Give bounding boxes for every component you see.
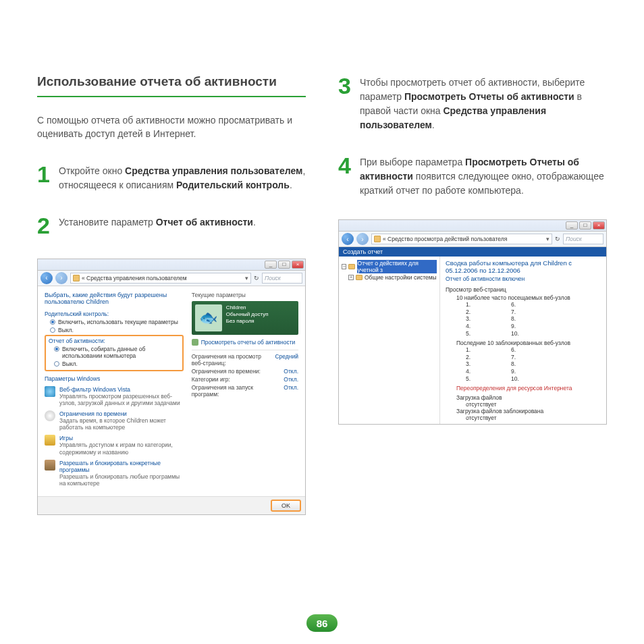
breadcrumb[interactable]: « Средство просмотра действий пользовате… xyxy=(371,234,552,244)
step-3: 3 Чтобы просмотреть отчет об активности,… xyxy=(338,74,607,132)
close-button[interactable]: × xyxy=(593,221,605,230)
minimize-button[interactable]: _ xyxy=(265,261,277,269)
step-number: 4 xyxy=(338,154,354,198)
close-button[interactable]: × xyxy=(292,261,304,269)
link-web-filter[interactable]: Веб-фильтр Windows VistaУправлять просмо… xyxy=(45,386,184,406)
step-text: Откройте окно Средства управления пользо… xyxy=(59,163,306,192)
clock-icon xyxy=(45,410,55,421)
step-number: 3 xyxy=(338,74,354,132)
report-status: Отчет об активности включен xyxy=(446,275,601,282)
step-text: Установите параметр Отчет об активности. xyxy=(59,214,256,237)
folder-icon xyxy=(356,275,363,280)
breadcrumb[interactable]: « Средства управления пользователем ▾ xyxy=(70,273,251,284)
search-input[interactable]: Поиск xyxy=(262,273,302,284)
forward-button[interactable]: › xyxy=(55,272,68,284)
none-value: отсутствует xyxy=(466,401,601,408)
address-bar: ‹ › « Средство просмотра действий пользо… xyxy=(339,232,606,247)
radio-activity-off[interactable]: Выкл. xyxy=(54,360,180,367)
report-title: Сводка работы компьютера для Children с … xyxy=(446,259,601,274)
tree-pane: − Отчет о действиях для учетной з + Общи… xyxy=(339,257,440,424)
window-titlebar: _ □ × xyxy=(339,220,606,232)
report-icon xyxy=(192,339,198,346)
maximize-button[interactable]: □ xyxy=(579,221,591,230)
radio-parental-on[interactable]: Включить, использовать текущие параметры xyxy=(50,319,184,325)
radio-activity-on[interactable]: Включить, собирать данные об использован… xyxy=(54,346,180,359)
user-tile: 🐟 Children Обычный доступ Без пароля xyxy=(192,301,298,335)
intro-text: С помощью отчета об активности можно про… xyxy=(37,113,306,141)
tree-item-account[interactable]: − Отчет о действиях для учетной з xyxy=(342,260,437,273)
maximize-button[interactable]: □ xyxy=(278,261,290,269)
group-label: Родительский контроль: xyxy=(45,311,184,317)
downloads-blocked-label: Загрузка файлов заблокирована xyxy=(456,408,601,414)
forward-button[interactable]: › xyxy=(356,233,369,245)
link-view-reports[interactable]: Просмотреть отчеты об активности xyxy=(192,339,298,346)
gamepad-icon xyxy=(45,435,55,446)
top10-list: 1.2.3.4.5. 6.7.8.9.10. xyxy=(466,301,601,337)
step-1: 1 Откройте окно Средства управления поль… xyxy=(37,163,306,192)
group-label: Параметры Windows xyxy=(45,375,184,382)
address-bar: ‹ › « Средства управления пользователем … xyxy=(38,271,305,286)
blocked10-label: Последние 10 заблокированных веб-узлов xyxy=(456,340,601,346)
link-time-limits[interactable]: Ограничения по времениЗадать время, в ко… xyxy=(45,410,184,431)
screenshot-parental-controls: _ □ × ‹ › « Средства управления пользова… xyxy=(37,259,306,516)
step-4: 4 При выборе параметра Просмотреть Отчет… xyxy=(338,154,607,198)
dialog-heading: Выбрать, какие действия будут разрешены … xyxy=(45,292,184,305)
none-value: отсутствует xyxy=(466,414,601,421)
current-params-label: Текущие параметры xyxy=(192,292,298,298)
folder-icon xyxy=(348,264,354,269)
avatar: 🐟 xyxy=(195,304,222,331)
back-button[interactable]: ‹ xyxy=(41,272,53,284)
radio-parental-off[interactable]: Выкл. xyxy=(50,327,184,333)
page-number: 86 xyxy=(306,614,338,632)
shield-icon xyxy=(73,275,80,281)
section-web: Просмотр веб-страниц xyxy=(446,286,601,293)
step-number: 2 xyxy=(37,214,53,237)
top10-label: 10 наиболее часто посещаемых веб-узлов xyxy=(456,294,601,301)
search-input[interactable]: Поиск xyxy=(563,234,603,244)
tree-item-system[interactable]: + Общие настройки системы xyxy=(348,274,437,281)
step-2: 2 Установите параметр Отчет об активност… xyxy=(37,214,306,237)
link-games[interactable]: ИгрыУправлять доступом к играм по катего… xyxy=(45,435,184,455)
apps-icon xyxy=(45,460,55,471)
downloads-label: Загрузка файлов xyxy=(456,394,601,401)
highlight-activity-report: Отчет об активности: Включить, собирать … xyxy=(45,335,184,371)
redir-label: Переопределения для ресурсов Интернета xyxy=(456,385,601,392)
shield-icon xyxy=(374,236,381,242)
ok-button[interactable]: OK xyxy=(271,500,301,512)
step-text: При выборе параметра Просмотреть Отчеты … xyxy=(360,154,607,198)
globe-icon xyxy=(45,386,55,397)
step-text: Чтобы просмотреть отчет об активности, в… xyxy=(360,74,607,132)
back-button[interactable]: ‹ xyxy=(342,233,354,245)
step-number: 1 xyxy=(37,163,53,192)
blocked10-list: 1.2.3.4.5. 6.7.8.9.10. xyxy=(466,346,601,382)
link-programs[interactable]: Разрешать и блокировать конкретные прогр… xyxy=(45,460,184,487)
minimize-button[interactable]: _ xyxy=(566,221,578,230)
screenshot-activity-report: _ □ × ‹ › « Средство просмотра действий … xyxy=(338,219,607,425)
group-label: Отчет об активности: xyxy=(49,338,180,344)
report-pane: Сводка работы компьютера для Children с … xyxy=(440,257,606,424)
create-report-button[interactable]: Создать отчет xyxy=(339,247,606,257)
section-title: Использование отчета об активности xyxy=(37,74,306,97)
window-titlebar: _ □ × xyxy=(38,259,305,271)
